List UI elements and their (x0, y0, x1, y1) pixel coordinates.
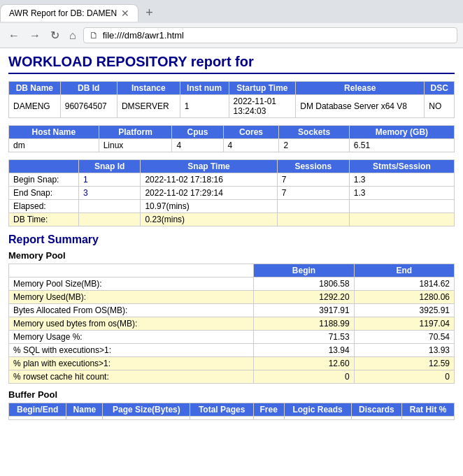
bp-total-pages-header: Total Pages (190, 403, 254, 417)
bp-rat-hit-cell (402, 417, 455, 420)
mp-used-row: Memory Used(MB): 1292.20 1280.06 (9, 291, 455, 304)
mp-rowset-cache-row: % rowset cache hit count: 0 0 (9, 370, 455, 384)
report-title: WORKLOAD REPOSITORY report for (8, 54, 455, 74)
begin-snap-link[interactable]: 1 (83, 175, 88, 185)
host-name-header: Host Name (9, 126, 99, 139)
inst-num-cell: 1 (180, 95, 229, 118)
snap-id-header: Snap Id (79, 160, 141, 173)
buffer-pool-table: Begin/End Name Page Size(Bytes) Total Pa… (8, 403, 455, 420)
end-snap-id: 3 (79, 187, 141, 200)
forward-button[interactable]: → (27, 28, 43, 43)
end-snap-time: 2022-11-02 17:29:14 (141, 187, 277, 200)
mp-bytes-os-begin: 3917.91 (254, 304, 354, 317)
cores-header: Cores (223, 126, 279, 139)
mp-used-end: 1280.06 (354, 291, 454, 304)
startup-time-header: Startup Time (229, 82, 296, 95)
browser-chrome: AWR Report for DB: DAMEN ✕ + ← → ↻ ⌂ 🗋 f… (0, 0, 463, 48)
db-time-snap-id (79, 213, 141, 226)
bp-page-size-cell (103, 417, 190, 420)
home-button[interactable]: ⌂ (66, 28, 79, 43)
nav-bar: ← → ↻ ⌂ 🗋 file:///dm8/awr1.html (0, 23, 463, 48)
snap-label-header (9, 160, 79, 173)
db-time-value: 0.23(mins) (141, 213, 277, 226)
cores-cell: 4 (223, 139, 279, 152)
mp-rowset-cache-end: 0 (354, 370, 454, 384)
end-snap-label: End Snap: (9, 187, 79, 200)
host-info-row: dm Linux 4 4 2 6.51 (9, 139, 455, 152)
inst-num-header: Inst num (180, 82, 229, 95)
tab-title: AWR Report for DB: DAMEN (9, 8, 117, 18)
page-icon: 🗋 (90, 30, 99, 41)
mp-sql-exec-label: % SQL with executions>1: (9, 344, 254, 357)
db-time-label: DB Time: (9, 213, 79, 226)
memory-pool-table: Begin End Memory Pool Size(MB): 1806.58 … (8, 264, 455, 384)
mp-begin-header: Begin (254, 264, 354, 277)
address-bar[interactable]: 🗋 file:///dm8/awr1.html (83, 27, 457, 43)
instance-cell: DMSERVER (117, 95, 180, 118)
snap-time-header: Snap Time (141, 160, 277, 173)
host-info-table: Host Name Platform Cpus Cores Sockets Me… (8, 125, 455, 152)
mp-rowset-cache-begin: 0 (254, 370, 354, 384)
db-time-sessions (277, 213, 349, 226)
mp-pool-size-end: 1814.62 (354, 277, 454, 291)
bp-name-header: Name (66, 403, 103, 417)
mp-sql-exec-row: % SQL with executions>1: 13.94 13.93 (9, 344, 455, 357)
db-info-table: DB Name DB Id Instance Inst num Startup … (8, 81, 455, 118)
db-info-header-row: DB Name DB Id Instance Inst num Startup … (9, 82, 455, 95)
mp-header-row: Begin End (9, 264, 455, 277)
begin-snap-id: 1 (79, 173, 141, 187)
elapsed-sessions (277, 200, 349, 213)
bp-discards-header: Discards (351, 403, 402, 417)
bp-logic-reads-cell (284, 417, 351, 420)
begin-snap-stmts: 1.3 (349, 173, 454, 187)
begin-snap-time: 2022-11-02 17:18:16 (141, 173, 277, 187)
elapsed-snap-id (79, 200, 141, 213)
instance-header: Instance (117, 82, 180, 95)
end-snap-link[interactable]: 3 (83, 188, 88, 198)
elapsed-label: Elapsed: (9, 200, 79, 213)
memory-cell: 6.51 (349, 139, 454, 152)
mp-mem-os-row: Memory used bytes from os(MB): 1188.99 1… (9, 317, 455, 331)
begin-snap-row: Begin Snap: 1 2022-11-02 17:18:16 7 1.3 (9, 173, 455, 187)
db-time-stmts (349, 213, 454, 226)
new-tab-button[interactable]: + (138, 3, 160, 23)
cpus-cell: 4 (172, 139, 223, 152)
db-info-row: DAMENG 960764507 DMSERVER 1 2022-11-0113… (9, 95, 455, 118)
active-tab[interactable]: AWR Report for DB: DAMEN ✕ (0, 4, 138, 22)
mp-usage-pct-label: Memory Usage %: (9, 331, 254, 344)
stmts-session-header: Stmts/Session (349, 160, 454, 173)
dsc-header: DSC (425, 82, 455, 95)
reload-button[interactable]: ↻ (48, 27, 62, 43)
mp-end-header: End (354, 264, 454, 277)
bp-begin-end-cell (9, 417, 66, 420)
snap-info-table: Snap Id Snap Time Sessions Stmts/Session… (8, 159, 455, 226)
bp-free-header: Free (253, 403, 284, 417)
tab-close-button[interactable]: ✕ (121, 8, 129, 19)
back-button[interactable]: ← (6, 28, 22, 43)
bp-logic-reads-header: Logic Reads (284, 403, 351, 417)
dsc-cell: NO (425, 95, 455, 118)
db-name-cell: DAMENG (9, 95, 61, 118)
platform-header: Platform (99, 126, 172, 139)
sockets-cell: 2 (279, 139, 349, 152)
buffer-pool-header-row: Begin/End Name Page Size(Bytes) Total Pa… (9, 403, 455, 417)
address-text: file:///dm8/awr1.html (103, 30, 184, 41)
bp-total-pages-cell (190, 417, 254, 420)
mp-usage-pct-end: 70.54 (354, 331, 454, 344)
mp-plan-exec-end: 12.59 (354, 357, 454, 370)
tab-bar: AWR Report for DB: DAMEN ✕ + (0, 0, 463, 23)
release-cell: DM Database Server x64 V8 (296, 95, 425, 118)
bp-page-size-header: Page Size(Bytes) (103, 403, 190, 417)
bp-rat-hit-header: Rat Hit % (402, 403, 455, 417)
bp-name-cell (66, 417, 103, 420)
mp-mem-os-label: Memory used bytes from os(MB): (9, 317, 254, 331)
mp-used-label: Memory Used(MB): (9, 291, 254, 304)
db-id-header: DB Id (60, 82, 117, 95)
elapsed-row: Elapsed: 10.97(mins) (9, 200, 455, 213)
mp-sql-exec-begin: 13.94 (254, 344, 354, 357)
sessions-header: Sessions (277, 160, 349, 173)
mp-bytes-os-end: 3925.91 (354, 304, 454, 317)
elapsed-stmts (349, 200, 454, 213)
mp-usage-pct-row: Memory Usage %: 71.53 70.54 (9, 331, 455, 344)
elapsed-time: 10.97(mins) (141, 200, 277, 213)
